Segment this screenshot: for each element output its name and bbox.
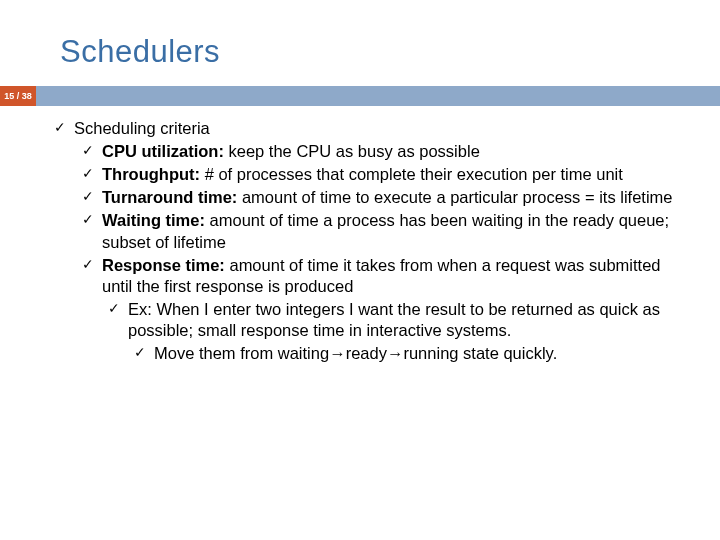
arrow-right-icon: →: [329, 344, 346, 362]
sub-text-mid: ready: [346, 344, 387, 362]
slide-title: Schedulers: [60, 34, 220, 70]
sub-text-post: running state quickly.: [403, 344, 557, 362]
list-item: ✓ Move them from waiting→ready→running s…: [50, 343, 690, 364]
list-item: ✓ CPU utilization: keep the CPU as busy …: [50, 141, 690, 162]
arrow-right-icon: →: [387, 344, 404, 362]
list-item: ✓ Response time: amount of time it takes…: [50, 255, 690, 297]
example-text: Ex: When I enter two integers I want the…: [128, 300, 660, 339]
content-area: ✓ Scheduling criteria ✓ CPU utilization:…: [50, 118, 690, 364]
heading-text: Scheduling criteria: [74, 119, 210, 137]
check-icon: ✓: [82, 165, 94, 183]
check-icon: ✓: [108, 300, 120, 318]
list-item: ✓ Waiting time: amount of time a process…: [50, 210, 690, 252]
check-icon: ✓: [82, 188, 94, 206]
check-icon: ✓: [82, 256, 94, 274]
slide: Schedulers 15 / 38 ✓ Scheduling criteria…: [0, 0, 720, 540]
sub-text-pre: Move them from waiting: [154, 344, 329, 362]
desc: # of processes that complete their execu…: [205, 165, 623, 183]
list-item: ✓ Ex: When I enter two integers I want t…: [50, 299, 690, 341]
check-icon: ✓: [54, 119, 66, 137]
term: Throughput:: [102, 165, 205, 183]
desc: amount of time to execute a particular p…: [242, 188, 673, 206]
term: CPU utilization:: [102, 142, 229, 160]
term: Response time:: [102, 256, 229, 274]
list-item: ✓ Throughput: # of processes that comple…: [50, 164, 690, 185]
check-icon: ✓: [134, 344, 146, 362]
desc: keep the CPU as busy as possible: [229, 142, 480, 160]
term: Turnaround time:: [102, 188, 242, 206]
check-icon: ✓: [82, 142, 94, 160]
list-item: ✓ Scheduling criteria: [50, 118, 690, 139]
check-icon: ✓: [82, 211, 94, 229]
term: Waiting time:: [102, 211, 210, 229]
list-item: ✓ Turnaround time: amount of time to exe…: [50, 187, 690, 208]
header-bar: [0, 86, 720, 106]
page-number-badge: 15 / 38: [0, 86, 36, 106]
